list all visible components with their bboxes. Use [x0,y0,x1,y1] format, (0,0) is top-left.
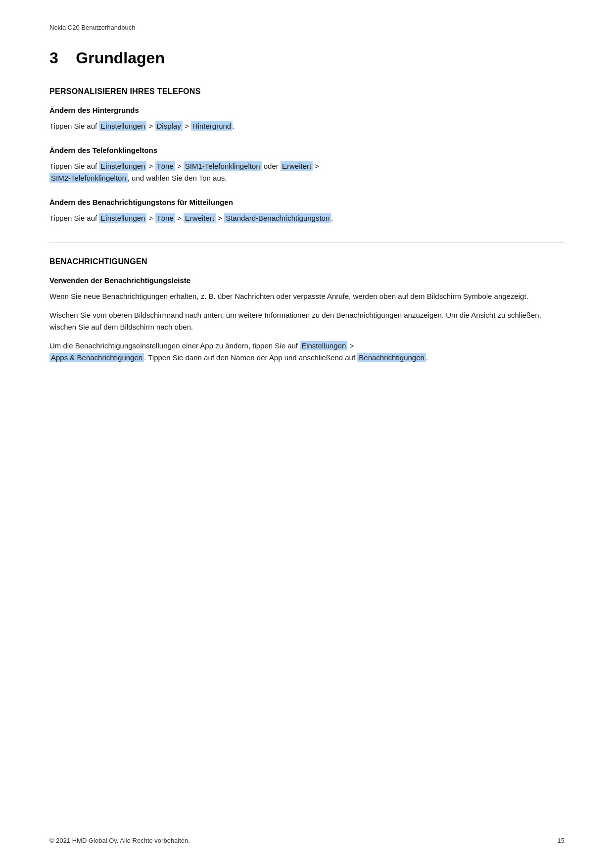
highlight-display: Display [155,121,183,131]
highlight-sim2-klingelton: SIM2-Telefonklingelton [49,173,128,183]
highlight-erweitert-1: Erweitert [281,161,313,171]
chapter-title: 3 Grundlagen [49,49,565,67]
highlight-einstellungen-1: Einstellungen [99,121,146,131]
footer-copyright: © 2021 HMD Global Oy. Alle Rechte vorbeh… [49,837,190,844]
page: Nokia C20 Benutzerhandbuch 3 Grundlagen … [0,0,614,868]
highlight-sim1-klingelton: SIM1-Telefonklingelton [184,161,262,171]
header-meta: Nokia C20 Benutzerhandbuch [49,24,565,31]
chapter-name: Grundlagen [76,49,165,67]
highlight-einstellungen-2: Einstellungen [99,161,146,171]
paragraph-benachrichtigungen-2: Wischen Sie vom oberen Bildschirmrand na… [49,309,565,333]
highlight-toene-1: Töne [155,161,175,171]
highlight-toene-2: Töne [155,213,175,223]
highlight-apps-benachrichtigungen: Apps & Benachrichtigungen [49,353,144,362]
paragraph-benachrichtigungen-1: Wenn Sie neue Benachrichtigungen erhalte… [49,290,565,302]
chapter-number: 3 [49,49,58,67]
subsection-benachrichtigungston: Ändern des Benachrichtigungstons für Mit… [49,198,565,224]
section-title-benachrichtigungen: BENACHRICHTIGUNGEN [49,257,565,266]
paragraph-hintergrund: Tippen Sie auf Einstellungen > Display >… [49,120,565,132]
paragraph-klingelton: Tippen Sie auf Einstellungen > Töne > SI… [49,160,565,184]
footer-page-number: 15 [558,837,565,844]
highlight-standard-benachrichtigungston: Standard-Benachrichtigungston [224,213,331,223]
subsection-title-hintergrund: Ändern des Hintergrunds [49,106,565,114]
paragraph-benachrichtigungen-3: Um die Benachrichtigungseinstellungen ei… [49,340,565,364]
section-divider [49,242,565,242]
highlight-einstellungen-3: Einstellungen [99,213,146,223]
subsection-title-benachrichtigungsleiste: Verwenden der Benachrichtigungsleiste [49,276,565,285]
footer: © 2021 HMD Global Oy. Alle Rechte vorbeh… [49,837,565,844]
highlight-hintergrund: Hintergrund [191,121,233,131]
subsection-klingelton: Ändern des Telefonklingeltons Tippen Sie… [49,146,565,184]
highlight-erweitert-2: Erweitert [184,213,216,223]
highlight-einstellungen-4: Einstellungen [300,341,347,350]
subsection-title-benachrichtigungston: Ändern des Benachrichtigungstons für Mit… [49,198,565,206]
section-personalisieren: PERSONALISIEREN IHRES TELEFONS Ändern de… [49,87,565,224]
subsection-title-klingelton: Ändern des Telefonklingeltons [49,146,565,154]
subsection-benachrichtigungsleiste: Verwenden der Benachrichtigungsleiste We… [49,276,565,364]
paragraph-benachrichtigungston: Tippen Sie auf Einstellungen > Töne > Er… [49,212,565,224]
section-benachrichtigungen: BENACHRICHTIGUNGEN Verwenden der Benachr… [49,257,565,364]
section-title-personalisieren: PERSONALISIEREN IHRES TELEFONS [49,87,565,96]
highlight-benachrichtigungen: Benachrichtigungen [357,353,426,362]
subsection-hintergrund: Ändern des Hintergrunds Tippen Sie auf E… [49,106,565,132]
